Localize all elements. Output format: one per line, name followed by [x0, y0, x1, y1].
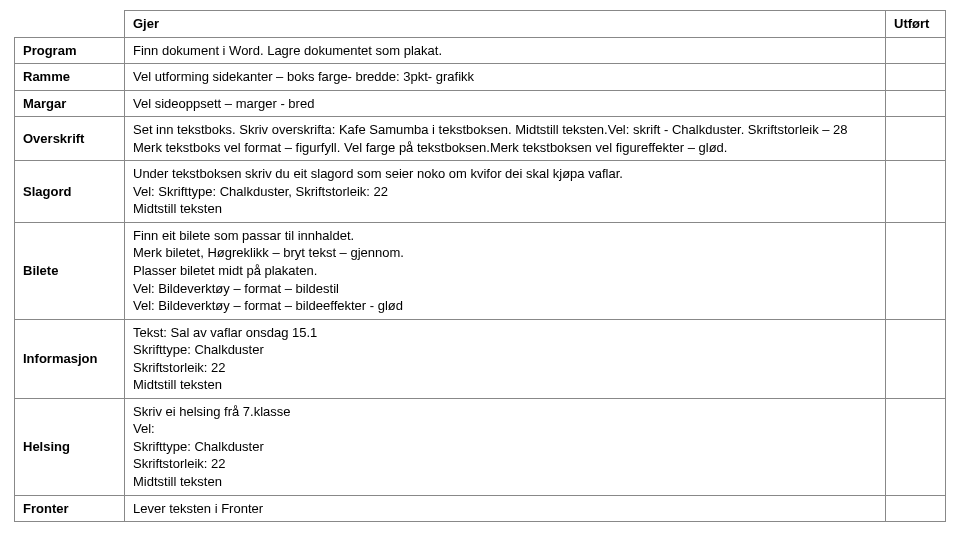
row-done-cell — [886, 37, 946, 64]
action-line: Midtstill teksten — [133, 473, 877, 491]
action-line: Midtstill teksten — [133, 376, 877, 394]
action-line: Vel: Bildeverktøy – format – bildeeffekt… — [133, 297, 877, 315]
row-done-cell — [886, 64, 946, 91]
row-done-cell — [886, 117, 946, 161]
row-done-cell — [886, 495, 946, 522]
table-row: MargarVel sideoppsett – marger - bred — [15, 90, 946, 117]
action-line: Vel: Skrifttype: Chalkduster, Skriftstor… — [133, 183, 877, 201]
row-action: Skriv ei helsing frå 7.klasseVel:Skriftt… — [125, 398, 886, 495]
table-row: FronterLever teksten i Fronter — [15, 495, 946, 522]
row-done-cell — [886, 90, 946, 117]
row-label: Margar — [15, 90, 125, 117]
action-line: Merk biletet, Høgreklikk – bryt tekst – … — [133, 244, 877, 262]
row-action: Vel utforming sidekanter – boks farge- b… — [125, 64, 886, 91]
action-line: Vel: — [133, 420, 877, 438]
row-action: Under tekstboksen skriv du eit slagord s… — [125, 161, 886, 223]
action-line: Tekst: Sal av vaflar onsdag 15.1 — [133, 324, 877, 342]
row-done-cell — [886, 398, 946, 495]
row-action: Finn dokument i Word. Lagre dokumentet s… — [125, 37, 886, 64]
row-done-cell — [886, 319, 946, 398]
action-line: Set inn tekstboks. Skriv overskrifta: Ka… — [133, 121, 877, 156]
row-done-cell — [886, 222, 946, 319]
row-label: Program — [15, 37, 125, 64]
table-row: HelsingSkriv ei helsing frå 7.klasseVel:… — [15, 398, 946, 495]
row-done-cell — [886, 161, 946, 223]
table-row: SlagordUnder tekstboksen skriv du eit sl… — [15, 161, 946, 223]
row-label: Fronter — [15, 495, 125, 522]
header-blank — [15, 11, 125, 38]
header-done: Utført — [886, 11, 946, 38]
row-label: Informasjon — [15, 319, 125, 398]
row-action: Finn eit bilete som passar til innhaldet… — [125, 222, 886, 319]
action-line: Skriftstorleik: 22 — [133, 359, 877, 377]
action-line: Finn dokument i Word. Lagre dokumentet s… — [133, 42, 877, 60]
action-line: Skrifttype: Chalkduster — [133, 438, 877, 456]
action-line: Vel: Bildeverktøy – format – bildestil — [133, 280, 877, 298]
row-label: Slagord — [15, 161, 125, 223]
row-label: Ramme — [15, 64, 125, 91]
table-row: BileteFinn eit bilete som passar til inn… — [15, 222, 946, 319]
action-line: Finn eit bilete som passar til innhaldet… — [133, 227, 877, 245]
action-line: Plasser biletet midt på plakaten. — [133, 262, 877, 280]
header-action: Gjer — [125, 11, 886, 38]
action-line: Vel utforming sidekanter – boks farge- b… — [133, 68, 877, 86]
action-line: Vel sideoppsett – marger - bred — [133, 95, 877, 113]
table-row: InformasjonTekst: Sal av vaflar onsdag 1… — [15, 319, 946, 398]
action-line: Skrifttype: Chalkduster — [133, 341, 877, 359]
action-line: Under tekstboksen skriv du eit slagord s… — [133, 165, 877, 183]
row-action: Tekst: Sal av vaflar onsdag 15.1Skriftty… — [125, 319, 886, 398]
action-line: Midtstill teksten — [133, 200, 877, 218]
row-action: Lever teksten i Fronter — [125, 495, 886, 522]
table-row: ProgramFinn dokument i Word. Lagre dokum… — [15, 37, 946, 64]
instruction-table: Gjer Utført ProgramFinn dokument i Word.… — [14, 10, 946, 522]
table-row: OverskriftSet inn tekstboks. Skriv overs… — [15, 117, 946, 161]
action-line: Skriftstorleik: 22 — [133, 455, 877, 473]
row-label: Helsing — [15, 398, 125, 495]
row-label: Bilete — [15, 222, 125, 319]
action-line: Skriv ei helsing frå 7.klasse — [133, 403, 877, 421]
row-label: Overskrift — [15, 117, 125, 161]
row-action: Set inn tekstboks. Skriv overskrifta: Ka… — [125, 117, 886, 161]
action-line: Lever teksten i Fronter — [133, 500, 877, 518]
table-row: RammeVel utforming sidekanter – boks far… — [15, 64, 946, 91]
row-action: Vel sideoppsett – marger - bred — [125, 90, 886, 117]
